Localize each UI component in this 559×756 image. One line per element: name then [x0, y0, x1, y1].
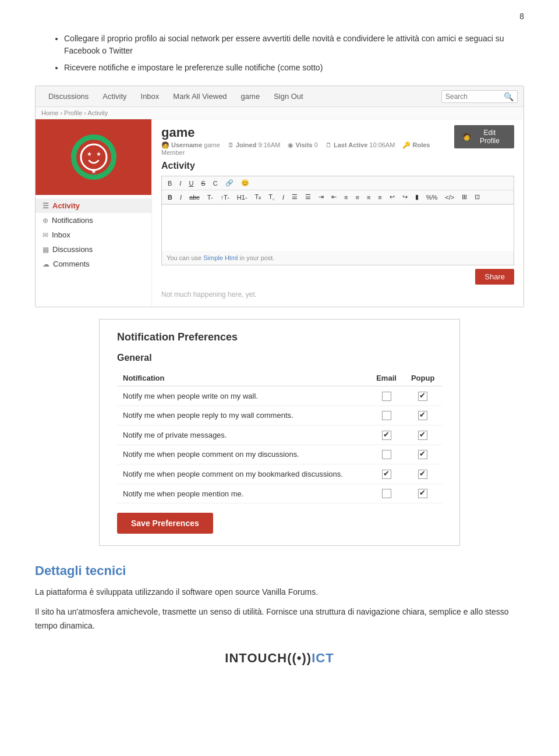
activity-icon: ☰ — [43, 202, 49, 210]
editor-abc[interactable]: abc — [186, 193, 203, 202]
editor-t-sub[interactable]: T₂ — [252, 192, 264, 202]
sidebar-item-discussions[interactable]: ▦ Discussions — [36, 242, 151, 257]
editor-italic[interactable]: I — [176, 179, 184, 188]
save-preferences-button[interactable]: Save Preferences — [117, 513, 213, 534]
notif-email-0[interactable] — [369, 386, 404, 406]
meta-joined: 🗓 Joined 9:16AM — [228, 141, 280, 148]
editor-ul[interactable]: ☰ — [302, 192, 314, 202]
svg-text:★: ★ — [95, 151, 101, 157]
notif-email-5[interactable] — [369, 484, 404, 503]
share-button[interactable]: Share — [475, 269, 514, 285]
editor-bold[interactable]: B — [165, 179, 175, 188]
notif-popup-4[interactable] — [404, 464, 442, 484]
edit-profile-button[interactable]: 🧑 Edit Profile — [454, 125, 514, 148]
editor-redo[interactable]: ↪ — [399, 192, 411, 202]
editor-italic3[interactable]: I — [280, 193, 287, 202]
search-box[interactable]: 🔍 — [441, 90, 518, 103]
editor-t-color[interactable]: T꜀ — [266, 192, 278, 202]
editor-bold2[interactable]: B — [165, 193, 175, 202]
sidebar-item-activity[interactable]: ☰ Activity — [36, 198, 151, 213]
notif-email-1[interactable] — [369, 406, 404, 425]
editor-italic2[interactable]: I — [177, 193, 185, 202]
text-editor[interactable]: B I U S C 🔗 😊 B I abc T- ↑T- H1- T₂ T꜀ — [161, 176, 514, 265]
editor-justify[interactable]: ≡ — [375, 193, 384, 202]
editor-left[interactable]: ≡ — [341, 193, 351, 202]
sidebar-item-notifications[interactable]: ⊕ Notifications — [36, 213, 151, 228]
notif-email-4[interactable] — [369, 464, 404, 484]
editor-link[interactable]: 🔗 — [222, 178, 236, 188]
avatar-image: ★ ★ ★ — [70, 134, 117, 180]
notif-email-3[interactable] — [369, 445, 404, 464]
editor-image[interactable]: ⊡ — [472, 192, 483, 202]
editor-toolbar-row2: B I abc T- ↑T- H1- T₂ T꜀ I ☰ ☰ ⇥ ⇤ ≡ ≡ ≡ — [162, 190, 514, 204]
forum-body: ★ ★ ★ ☰ Activity ⊕ Notifications — [36, 119, 523, 307]
nav-discussions[interactable]: Discussions — [41, 87, 95, 105]
edit-profile-label: Edit Profile — [473, 129, 506, 145]
editor-source[interactable]: %% — [423, 193, 441, 202]
checkbox-popup-0[interactable] — [418, 392, 427, 401]
notif-row: Notify me when people comment on my disc… — [117, 445, 442, 464]
checkbox-popup-5[interactable] — [418, 489, 427, 498]
editor-t-minus[interactable]: T- — [204, 193, 216, 202]
forum-sidebar: ★ ★ ★ ☰ Activity ⊕ Notifications — [36, 119, 152, 307]
sidebar-activity-label: Activity — [52, 201, 80, 210]
editor-h1[interactable]: H1- — [234, 193, 250, 202]
sidebar-nav: ☰ Activity ⊕ Notifications ✉ Inbox ▦ Dis… — [36, 195, 151, 275]
editor-indent[interactable]: ⇥ — [316, 192, 327, 202]
nav-mark-all-viewed[interactable]: Mark All Viewed — [166, 87, 233, 105]
editor-t-plus[interactable]: ↑T- — [218, 193, 232, 202]
editor-center[interactable]: ≡ — [353, 193, 362, 202]
checkbox-popup-4[interactable] — [418, 470, 427, 479]
notif-popup-3[interactable] — [404, 445, 442, 464]
editor-html[interactable]: </> — [442, 193, 457, 202]
bottom-para-1: La piattaforma è sviluppata utilizzando … — [35, 585, 524, 599]
checkbox-email-4[interactable] — [382, 470, 391, 479]
checkbox-email-1[interactable] — [382, 411, 391, 420]
notifications-icon: ⊕ — [43, 216, 48, 225]
activity-heading: Activity — [161, 161, 514, 171]
notif-label-1: Notify me when people reply to my wall c… — [117, 406, 369, 425]
editor-emoji[interactable]: 😊 — [238, 178, 252, 188]
checkbox-popup-2[interactable] — [418, 431, 427, 440]
editor-hr[interactable]: ▮ — [412, 192, 422, 202]
editor-content[interactable] — [162, 204, 514, 251]
checkbox-email-0[interactable] — [382, 392, 391, 401]
search-input[interactable] — [445, 93, 504, 101]
checkbox-email-3[interactable] — [382, 450, 391, 459]
svg-text:★: ★ — [91, 168, 97, 175]
nav-inbox[interactable]: Inbox — [134, 87, 167, 105]
notif-table: Notification Email Popup Notify me when … — [117, 370, 442, 503]
nav-activity[interactable]: Activity — [95, 87, 133, 105]
simple-html-link[interactable]: Simple Html — [203, 254, 238, 261]
editor-right[interactable]: ≡ — [364, 193, 373, 202]
editor-table[interactable]: ⊞ — [459, 192, 470, 202]
editor-code[interactable]: C — [210, 179, 221, 188]
notif-popup-5[interactable] — [404, 484, 442, 503]
sidebar-item-inbox[interactable]: ✉ Inbox — [36, 228, 151, 242]
notif-label-5: Notify me when people mention me. — [117, 484, 369, 503]
editor-underline[interactable]: U — [186, 179, 196, 188]
notif-row: Notify me when people mention me. — [117, 484, 442, 503]
editor-undo[interactable]: ↩ — [387, 192, 398, 202]
checkbox-email-2[interactable] — [382, 431, 391, 440]
nav-game[interactable]: game — [234, 87, 267, 105]
sidebar-item-comments[interactable]: ☁ Comments — [36, 257, 151, 271]
editor-footer: You can use Simple Html in your post. — [162, 251, 514, 265]
checkbox-popup-1[interactable] — [418, 411, 427, 420]
footer-logo: INTOUCH((•))ICT — [35, 651, 524, 666]
editor-strikethrough[interactable]: S — [198, 179, 208, 188]
notif-popup-0[interactable] — [404, 386, 442, 406]
notif-email-2[interactable] — [369, 425, 404, 445]
checkbox-popup-3[interactable] — [418, 450, 427, 459]
notif-row: Notify me when people reply to my wall c… — [117, 406, 442, 425]
intro-bullets: Collegare il proprio profilo ai social n… — [52, 33, 524, 74]
editor-ol[interactable]: ☰ — [289, 192, 300, 202]
notif-popup-1[interactable] — [404, 406, 442, 425]
meta-visits: ◉ Visits 0 — [288, 141, 317, 148]
sidebar-notifications-label: Notifications — [52, 216, 93, 225]
nav-sign-out[interactable]: Sign Out — [267, 87, 310, 105]
checkbox-email-5[interactable] — [382, 489, 391, 498]
notif-row: Notify me when people write on my wall. — [117, 386, 442, 406]
editor-outdent[interactable]: ⇤ — [328, 192, 339, 202]
notif-popup-2[interactable] — [404, 425, 442, 445]
